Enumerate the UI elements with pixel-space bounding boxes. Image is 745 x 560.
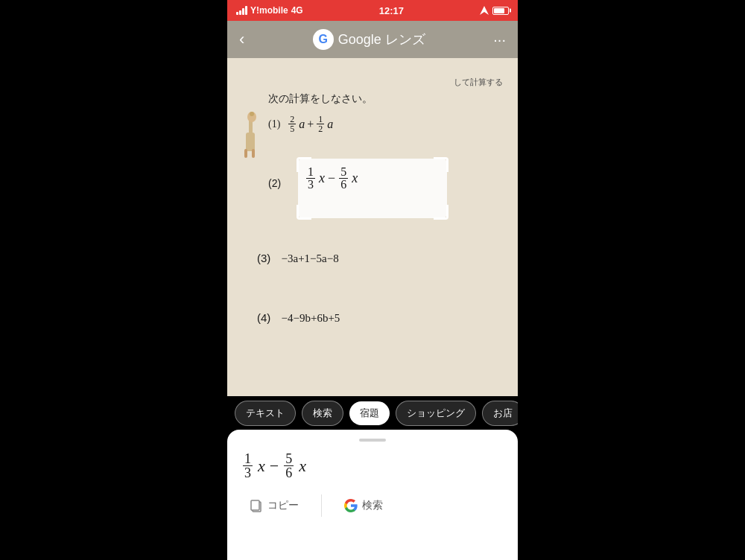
tab-text[interactable]: テキスト <box>235 401 296 426</box>
result-var2: x <box>299 456 306 476</box>
result-numerator1: 1 <box>243 452 253 466</box>
carrier-label: Y!mobile <box>250 5 288 16</box>
calc-instruction-text: して計算する <box>268 77 503 88</box>
lens-header: ‹ G Google レンズ ··· <box>227 21 518 58</box>
copy-label: コピー <box>267 499 299 512</box>
tab-shopping[interactable]: ショッピング <box>396 401 476 426</box>
result-actions: コピー 検索 <box>242 494 503 517</box>
problem3-expr: −3a+1−5a−8 <box>282 252 339 264</box>
corner-bl <box>297 205 311 220</box>
problem4-area: (4) −4−9b+6b+5 <box>257 311 340 325</box>
copy-button[interactable]: コピー <box>242 494 306 517</box>
problem3-area: (3) −3a+1−5a−8 <box>257 252 339 265</box>
problem1-num: (1) <box>268 118 280 130</box>
tab-bar: テキスト 検索 宿題 ショッピング お店 <box>227 396 518 430</box>
status-bar: Y!mobile 4G 12:17 <box>227 0 518 21</box>
back-button[interactable]: ‹ <box>239 30 244 49</box>
problem3-num: (3) <box>257 252 270 264</box>
copy-icon <box>250 499 263 512</box>
decorative-figure <box>238 110 264 162</box>
corner-tr <box>434 157 448 172</box>
problem4-expr: −4−9b+6b+5 <box>282 312 340 324</box>
status-left: Y!mobile 4G <box>236 5 303 16</box>
result-numerator2: 5 <box>284 452 294 466</box>
problem4-num: (4) <box>257 311 270 324</box>
result-denominator2: 6 <box>284 466 294 480</box>
google-icon <box>344 499 358 512</box>
tab-homework[interactable]: 宿題 <box>349 401 390 425</box>
problem2-num: (2) <box>268 177 281 189</box>
more-button[interactable]: ··· <box>493 31 506 48</box>
google-search-button[interactable]: 検索 <box>337 494 390 517</box>
network-label: 4G <box>291 5 303 16</box>
next-calc-instruction: 次の計算をしなさい。 <box>268 92 503 106</box>
result-var1: x <box>258 456 265 476</box>
lens-title-text: Google レンズ <box>338 31 425 48</box>
problem1-expr: 25 a + 12 a <box>288 115 333 133</box>
scan-math-expr: 13 x − 56 x <box>305 166 358 191</box>
search-label: 検索 <box>362 499 383 512</box>
status-right <box>480 6 509 15</box>
svg-rect-6 <box>252 149 255 158</box>
tab-store[interactable]: お店 <box>482 401 518 426</box>
google-logo: G <box>313 29 334 50</box>
corner-br <box>434 205 448 220</box>
svg-marker-0 <box>480 6 489 15</box>
battery-icon <box>492 7 509 15</box>
lens-title: G Google レンズ <box>313 29 425 50</box>
result-denominator1: 3 <box>243 466 253 480</box>
result-panel: 1 3 x − 5 6 x コピー <box>227 430 518 560</box>
action-divider <box>321 494 322 517</box>
svg-rect-8 <box>251 500 259 510</box>
tab-search[interactable]: 検索 <box>302 401 343 426</box>
svg-rect-1 <box>246 133 255 151</box>
svg-rect-5 <box>244 149 247 158</box>
result-minus: − <box>270 456 279 476</box>
panel-handle <box>359 439 386 442</box>
phone-container: Y!mobile 4G 12:17 ‹ G Google レンズ ··· して計… <box>227 0 518 560</box>
location-icon <box>480 6 489 15</box>
time-label: 12:17 <box>379 5 404 16</box>
camera-view: して計算する 次の計算をしなさい。 (1) 25 a + 12 a <box>227 21 518 396</box>
result-math-display: 1 3 x − 5 6 x <box>242 452 503 480</box>
problem-area-top: して計算する 次の計算をしなさい。 (1) 25 a + 12 a <box>268 77 503 133</box>
svg-point-4 <box>250 112 254 116</box>
signal-bars-icon <box>236 6 247 15</box>
